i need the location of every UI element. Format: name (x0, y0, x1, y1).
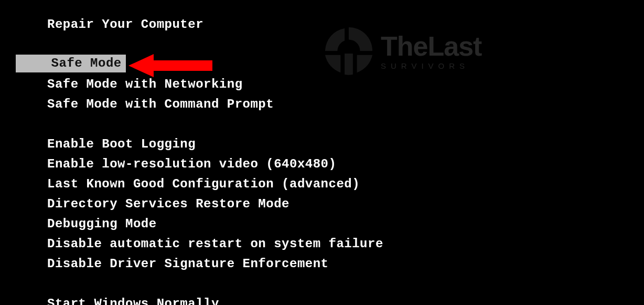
menu-item-safe-mode[interactable]: Safe Mode (16, 55, 126, 72)
menu-item-disable-driver-sig[interactable]: Disable Driver Signature Enforcement (45, 254, 385, 274)
menu-spacer (45, 35, 385, 55)
boot-options-menu: Repair Your Computer Safe Mode Safe Mode… (45, 15, 385, 305)
menu-item-disable-auto-restart[interactable]: Disable automatic restart on system fail… (45, 234, 385, 254)
menu-spacer (45, 274, 385, 294)
menu-spacer (45, 114, 385, 134)
menu-item-boot-logging[interactable]: Enable Boot Logging (45, 134, 385, 154)
menu-item-start-normally[interactable]: Start Windows Normally (45, 294, 385, 305)
menu-item-repair[interactable]: Repair Your Computer (45, 15, 385, 35)
menu-item-last-known-good[interactable]: Last Known Good Configuration (advanced) (45, 174, 385, 194)
menu-item-dsrm[interactable]: Directory Services Restore Mode (45, 194, 385, 214)
menu-item-debugging[interactable]: Debugging Mode (45, 214, 385, 234)
menu-item-safe-mode-cmd[interactable]: Safe Mode with Command Prompt (45, 94, 385, 114)
menu-item-low-res[interactable]: Enable low-resolution video (640x480) (45, 154, 385, 174)
watermark-sub: SURVIVORS (381, 62, 481, 70)
watermark-brand: TheLast (381, 33, 481, 60)
menu-item-safe-mode-net[interactable]: Safe Mode with Networking (45, 75, 385, 94)
